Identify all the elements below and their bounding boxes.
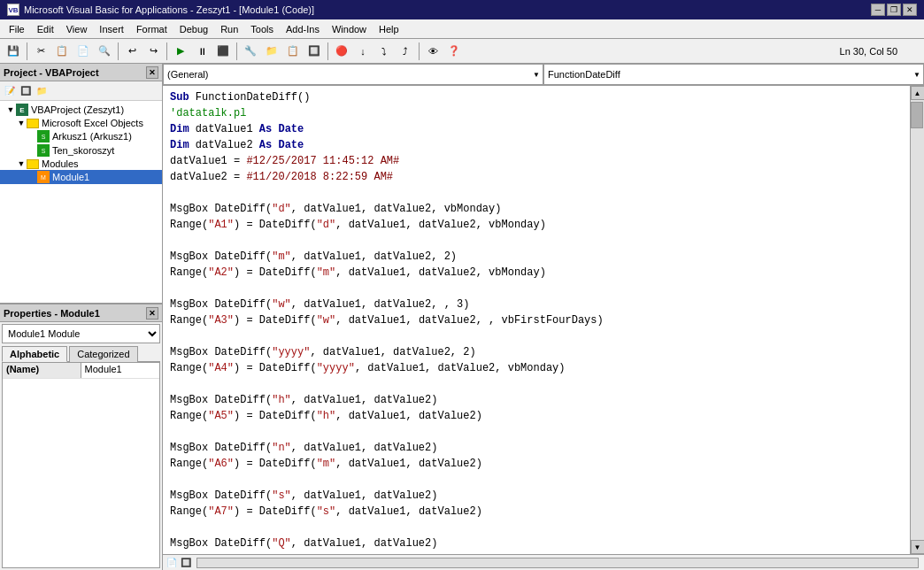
general-dropdown[interactable]: (General) [163,64,543,85]
toolbar-step[interactable]: ↓ [353,42,373,61]
menu-insert[interactable]: Insert [94,22,129,36]
props-key-name: (Name) [3,363,81,378]
scroll-thumb[interactable] [911,102,923,128]
properties-panel-title: Properties - Module1 [4,308,100,319]
toolbar-redo[interactable]: ↪ [143,42,163,61]
title-bar: VB Microsoft Visual Basic for Applicatio… [0,0,924,19]
tree-toggle-modules[interactable]: ▼ [16,159,27,168]
menu-view[interactable]: View [61,22,93,36]
project-view-code[interactable]: 📝 [2,83,18,99]
props-tab-alphabetic[interactable]: Alphabetic [2,346,67,362]
scroll-down-btn[interactable]: ▼ [911,540,925,554]
props-val-name[interactable]: Module1 [81,363,160,378]
toolbar-paste[interactable]: 📄 [73,42,93,61]
folder-icon-modules [27,159,39,169]
tree-item-ten-skoroszyt[interactable]: S Ten_skoroszyt [0,143,162,158]
folder-icon [27,119,39,128]
project-view-object[interactable]: 🔲 [18,83,34,99]
toolbar-props[interactable]: 📋 [283,42,303,61]
general-dropdown-wrapper: (General) [163,64,543,85]
menu-debug[interactable]: Debug [174,22,213,36]
props-tab-categorized[interactable]: Categorized [69,346,137,362]
tree-toggle-excel-objects[interactable]: ▼ [16,119,27,127]
code-editor[interactable]: Sub FunctionDateDiff() 'datatalk.pl Dim … [163,86,910,554]
project-toggle-folders[interactable]: 📁 [34,83,50,99]
tree-item-excel-objects[interactable]: ▼ Microsoft Excel Objects [0,117,162,129]
properties-tabs: Alphabetic Categorized [2,345,160,362]
module-icon: M [37,171,50,183]
properties-panel-close[interactable]: ✕ [146,307,158,320]
code-scrollbar-h[interactable] [196,558,919,568]
sheet-icon-1: S [37,130,50,142]
app-icon: VB [7,4,19,16]
properties-grid: (Name) Module1 [2,362,160,568]
toolbar-pause[interactable]: ⏸ [192,42,212,61]
menu-bar: File Edit View Insert Format Debug Run T… [0,19,924,39]
menu-tools[interactable]: Tools [245,22,279,36]
status-text: Ln 30, Col 50 [840,46,905,57]
toolbar-sep-4 [236,42,237,60]
toolbar-undo[interactable]: ↩ [122,42,142,61]
toolbar-btn-1[interactable]: 💾 [4,42,23,61]
toolbar-sep-3 [166,42,167,60]
toolbar-bp[interactable]: 🔴 [332,42,351,61]
code-area-container: Sub FunctionDateDiff() 'datatalk.pl Dim … [163,86,924,554]
toolbar-object[interactable]: 🔲 [304,42,324,61]
properties-object-selector[interactable]: Module1 Module [2,324,160,343]
tree-label-modules: Modules [42,158,79,169]
toolbar-stop[interactable]: ⬛ [213,42,233,61]
tree-item-module1[interactable]: M Module1 [0,170,162,184]
menu-window[interactable]: Window [327,22,372,36]
toolbar-find[interactable]: 🔍 [95,42,114,61]
restore-button[interactable]: ❐ [887,4,901,16]
scroll-track [911,100,924,540]
toolbar-help[interactable]: ❓ [444,42,464,61]
proc-dropdown[interactable]: FunctionDateDiff [543,64,924,85]
tree-label-vbaproject: VBAProject (Zeszyt1) [31,104,124,115]
project-panel-close[interactable]: ✕ [146,66,158,79]
toolbar-copy[interactable]: 📋 [52,42,72,61]
proc-dropdown-wrapper: FunctionDateDiff [543,64,924,85]
code-view-btn-2[interactable]: 🔲 [181,558,191,567]
tree-toggle-vbaproject[interactable]: ▼ [5,105,16,114]
toolbar-cut[interactable]: ✂ [31,42,50,61]
tree-label-arkusz1: Arkusz1 (Arkusz1) [52,131,132,142]
menu-addins[interactable]: Add-Ins [281,22,325,36]
tree-label-ten-skoroszyt: Ten_skoroszyt [52,145,114,156]
menu-run[interactable]: Run [215,22,243,36]
close-button[interactable]: ✕ [903,4,917,16]
properties-panel-header: Properties - Module1 ✕ [0,304,162,322]
toolbar-design[interactable]: 🔧 [241,42,260,61]
toolbar-stepout[interactable]: ⤴ [396,42,415,61]
toolbar-watch[interactable]: 👁 [423,42,443,61]
project-panel-toolbar: 📝 🔲 📁 [0,81,162,101]
tree-item-modules[interactable]: ▼ Modules [0,158,162,170]
code-footer: 📄 🔲 [163,554,924,570]
sheet-icon-2: S [37,144,50,157]
toolbar-explorer[interactable]: 📁 [262,42,281,61]
project-icon: E [16,104,28,116]
project-panel: Project - VBAProject ✕ 📝 🔲 📁 ▼ E VBAProj… [0,64,162,304]
tree-label-module1: Module1 [52,172,89,182]
toolbar: 💾 ✂ 📋 📄 🔍 ↩ ↪ ▶ ⏸ ⬛ 🔧 📁 📋 🔲 🔴 ↓ ⤵ ⤴ 👁 ❓ … [0,39,924,64]
toolbar-sep-1 [27,42,27,60]
menu-format[interactable]: Format [131,22,173,36]
project-tree: ▼ E VBAProject (Zeszyt1) ▼ Microsoft Exc… [0,101,162,303]
code-dropdowns: (General) FunctionDateDiff [163,64,924,86]
toolbar-sep-6 [419,42,420,60]
toolbar-sep-5 [327,42,328,60]
project-panel-header: Project - VBAProject ✕ [0,64,162,81]
toolbar-stepover[interactable]: ⤵ [374,42,394,61]
code-scrollbar-v[interactable]: ▲ ▼ [910,86,924,554]
minimize-button[interactable]: ─ [871,4,885,16]
tree-item-vbaproject[interactable]: ▼ E VBAProject (Zeszyt1) [0,103,162,117]
menu-help[interactable]: Help [373,22,404,36]
properties-panel: Properties - Module1 ✕ Module1 Module Al… [0,304,162,570]
code-view-btn-1[interactable]: 📄 [166,558,177,567]
scroll-up-btn[interactable]: ▲ [911,86,925,100]
menu-edit[interactable]: Edit [32,22,59,36]
title-text: Microsoft Visual Basic for Applications … [24,4,314,15]
menu-file[interactable]: File [4,22,30,36]
tree-item-arkusz1[interactable]: S Arkusz1 (Arkusz1) [0,129,162,143]
toolbar-run[interactable]: ▶ [171,42,190,61]
